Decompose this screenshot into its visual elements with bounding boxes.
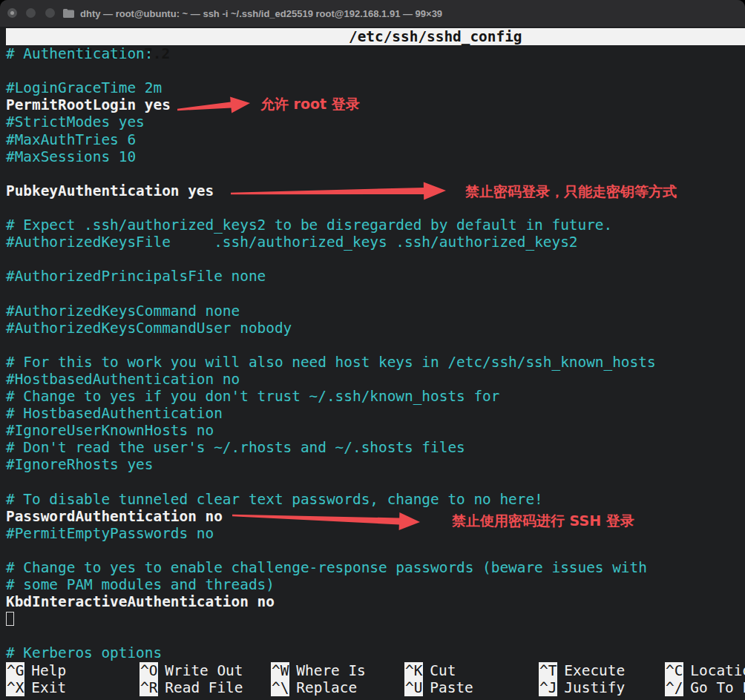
- buffer-line: #MaxSessions 10: [6, 148, 745, 165]
- buffer-line: [6, 165, 745, 182]
- buffer-line: [6, 199, 745, 217]
- shortcut-key: ^J: [539, 679, 557, 696]
- window-title: dhty — root@ubuntu: ~ — ssh -i ~/.ssh/id…: [80, 8, 442, 19]
- buffer-line: #MaxAuthTries 6: [6, 131, 745, 148]
- buffer-line: KbdInteractiveAuthentication no: [6, 593, 745, 610]
- buffer-line: # Don't read the user's ~/.rhosts and ~/…: [6, 439, 745, 456]
- buffer-line: #IgnoreRhosts yes: [6, 456, 745, 473]
- buffer-line: #AuthorizedKeysCommand none: [6, 303, 745, 320]
- shortcut-key: ^G: [6, 662, 24, 679]
- shortcut-key: ^U: [404, 679, 423, 696]
- shortcut-label: Help: [31, 662, 66, 679]
- buffer-line: [6, 337, 745, 354]
- buffer-line: #AuthorizedKeysFile .ssh/authorized_keys…: [6, 234, 745, 251]
- annotation-allow-root-login: 允许 root 登录: [260, 95, 360, 114]
- close-button[interactable]: [7, 8, 17, 18]
- buffer-line: #HostbasedAuthentication no: [6, 371, 745, 388]
- shortcut-justify: ^JJustify: [539, 679, 625, 696]
- zoom-button[interactable]: [45, 8, 55, 18]
- terminal-screen[interactable]: GNU nano 7.2 /etc/ssh/sshd_config # Auth…: [0, 27, 745, 700]
- shortcut-read-file: ^RRead File: [140, 679, 243, 696]
- shortcut-label: Write Out: [165, 662, 243, 679]
- shortcut-paste: ^UPaste: [404, 679, 473, 696]
- shortcut-key: ^C: [665, 662, 683, 679]
- buffer-line: #AuthorizedPrincipalsFile none: [6, 268, 745, 285]
- buffer-line: # Change to yes if you don't trust ~/.ss…: [6, 388, 745, 405]
- shortcut-key: ^K: [404, 662, 423, 679]
- shortcut-label: Where Is: [296, 662, 365, 679]
- shortcut-key: ^R: [140, 679, 158, 696]
- shortcut-exit: ^XExit: [6, 679, 66, 696]
- buffer-line: # For this to work you will also need ho…: [6, 354, 745, 371]
- folder-icon[interactable]: [62, 8, 75, 19]
- shortcut-key: ^X: [6, 679, 24, 696]
- buffer-line: # Kerberos options: [6, 644, 745, 661]
- buffer-line: # Expect .ssh/authorized_keys2 to be dis…: [6, 217, 745, 234]
- annotation-forbid-password-ssh: 禁止使用密码进行 SSH 登录: [452, 512, 634, 531]
- terminal-window: dhty — root@ubuntu: ~ — ssh -i ~/.ssh/id…: [0, 0, 745, 700]
- buffer-line: # Change to yes to enable challenge-resp…: [6, 559, 745, 576]
- buffer-lines: # Authentication:#LoginGraceTime 2mPermi…: [6, 45, 745, 661]
- shortcut-label: Paste: [430, 679, 473, 696]
- cursor-line: [6, 610, 745, 627]
- buffer-line: [6, 62, 745, 79]
- shortcut-label: Location: [690, 662, 745, 679]
- shortcut-label: Execute: [564, 662, 625, 679]
- minimize-button[interactable]: [26, 8, 36, 18]
- buffer-line: # To disable tunneled clear text passwor…: [6, 491, 745, 508]
- nano-titlebar: GNU nano 7.2 /etc/ssh/sshd_config: [6, 28, 745, 45]
- buffer-line: [6, 542, 745, 559]
- buffer-line: [6, 473, 745, 490]
- shortcut-label: Replace: [296, 679, 357, 696]
- shortcut-help: ^GHelp: [6, 662, 66, 679]
- buffer-line: # Authentication:: [6, 45, 745, 62]
- shortcut-label: Go To Li: [690, 679, 745, 696]
- shortcut-key: ^T: [539, 662, 557, 679]
- shortcut-label: Justify: [564, 679, 625, 696]
- text-cursor: [6, 612, 14, 626]
- buffer-line: [6, 285, 745, 302]
- nano-file-path: /etc/ssh/sshd_config: [349, 28, 522, 45]
- shortcut-label: Read File: [165, 679, 243, 696]
- buffer-line: #AuthorizedKeysCommandUser nobody: [6, 320, 745, 337]
- shortcut-execute: ^TExecute: [539, 662, 625, 679]
- shortcut-go-to-li: ^/Go To Li: [665, 679, 745, 696]
- shortcut-where-is: ^WWhere Is: [271, 662, 366, 679]
- buffer-line: [6, 251, 745, 268]
- shortcut-write-out: ^OWrite Out: [140, 662, 243, 679]
- shortcut-label: Exit: [31, 679, 66, 696]
- shortcut-cut: ^KCut: [404, 662, 456, 679]
- shortcut-location: ^CLocation: [665, 662, 745, 679]
- shortcut-replace: ^\Replace: [271, 679, 357, 696]
- buffer-line: #IgnoreUserKnownHosts no: [6, 422, 745, 439]
- buffer-line: # HostbasedAuthentication: [6, 405, 745, 422]
- buffer-line: PermitRootLogin yes: [6, 96, 745, 113]
- buffer-line: [6, 627, 745, 644]
- shortcut-label: Cut: [430, 662, 456, 679]
- shortcut-key: ^W: [271, 662, 289, 679]
- buffer-line: #StrictModes yes: [6, 113, 745, 131]
- shortcut-key: ^/: [665, 679, 683, 696]
- buffer-line: # some PAM modules and threads): [6, 576, 745, 593]
- buffer-line: #LoginGraceTime 2m: [6, 79, 745, 96]
- shortcut-key: ^O: [140, 662, 158, 679]
- window-titlebar: dhty — root@ubuntu: ~ — ssh -i ~/.ssh/id…: [0, 0, 745, 27]
- shortcut-key: ^\: [271, 679, 289, 696]
- annotation-forbid-password-login: 禁止密码登录，只能走密钥等方式: [465, 182, 677, 202]
